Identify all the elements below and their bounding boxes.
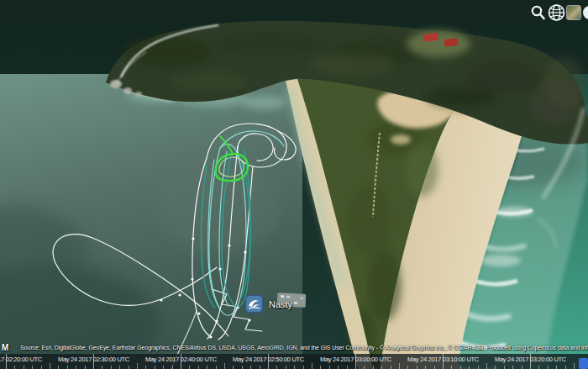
timeline-tick [32,366,33,369]
timeline-tick [276,366,277,369]
timeline-tick [399,363,400,369]
timeline-tick [250,366,251,369]
timeline-tick [24,366,24,369]
timeline-tick [478,366,479,369]
timeline-tick [417,366,417,369]
timeline-tick [504,366,505,369]
search-icon [530,4,546,21]
timeline-tick [286,366,286,369]
timeline-tick [85,366,86,369]
poi-marker-label: Nasty [269,299,292,309]
timeline-tick [373,366,374,369]
timeline-tick [233,366,234,369]
timeline-tick [260,366,260,369]
timeline-tick [67,366,68,369]
timeline-tick [574,363,575,369]
timeline-tick [155,366,155,369]
timeline-handle[interactable] [579,358,588,369]
timeline-tick [486,363,487,369]
attribution-text: Source: Esri, DigitalGlobe, GeoEye, Eart… [20,345,588,351]
timeline-tick-label: May 24 2017 02:30:00 UTC [58,356,129,363]
lagoon [0,74,302,369]
timeline-tick [163,366,164,369]
timeline-tick [556,366,557,369]
search-button[interactable] [530,4,546,21]
map-canvas[interactable] [0,0,588,369]
timeline-tick [189,366,190,369]
timeline-tick [111,366,112,369]
timeline-tick [312,363,312,369]
timeline-tick-label: May 24 2017 03:00:00 UTC [320,356,391,363]
timeline-tick-label: May 24 2017 02:20:00 UTC [0,356,41,363]
timeline-tick [207,366,207,369]
timeline-tick [102,366,102,369]
timeline-tick [129,366,129,369]
surf-spot-icon [245,295,263,313]
attribution-bar: MSource: Esri, DigitalGlobe, GeoEye, Ear… [0,343,588,354]
timeline-tick [320,366,321,369]
timeline-tick [50,363,50,369]
timeline-tick-label: May 24 2017 02:40:00 UTC [145,356,216,363]
timeline-tick [119,366,120,369]
globe-icon [547,3,566,23]
timeline-tick [565,366,566,369]
timeline-tick [41,366,42,369]
base-layer-picker-button[interactable] [566,5,581,20]
timeline-tick [381,366,382,369]
timeline-tick [460,366,461,369]
timeline-tick [145,366,146,369]
timeline-tick [522,366,522,369]
timeline-tick [303,366,304,369]
timeline-tick [58,366,59,369]
timeline-tick [538,366,539,369]
timeline-tick [391,366,391,369]
timeline-scrubber[interactable]: May 24 2017 02:20:00 UTCMay 24 2017 02:3… [0,354,588,369]
timeline-tick-label: May 24 2017 03:20:00 UTC [495,356,565,363]
timeline-tick [434,366,435,369]
timeline-tick [347,366,348,369]
timeline-tick-label: May 24 2017 02:50:00 UTC [233,356,303,363]
timeline-tick [224,363,225,369]
timeline-tick [364,366,365,369]
timeline-tick [338,366,339,369]
timeline-tick-label: May 24 2017 03:10:00 UTC [407,356,478,363]
scene-mode-button[interactable] [547,3,566,23]
timeline-tick [407,366,408,369]
timeline-tick [137,363,138,369]
timeline-tick [495,366,496,369]
poi-marker-nasty[interactable]: Nasty [245,295,292,313]
timeline-tick [548,366,549,369]
timeline-tick [242,366,243,369]
timeline-tick [329,366,330,369]
timeline-tick [451,366,452,369]
timeline-tick [198,366,199,369]
timeline-tick [294,366,295,369]
map-viewer: Nasty MSource: Esri, DigitalGlobe, GeoEy… [0,0,588,369]
timeline-tick [216,366,217,369]
timeline-tick [425,366,426,369]
timeline-tick [469,366,470,369]
timeline-tick [76,366,76,369]
timeline-tick [172,366,173,369]
timeline-tick [14,366,15,369]
attribution-logo: M [2,343,8,352]
timeline-tick [512,366,513,369]
